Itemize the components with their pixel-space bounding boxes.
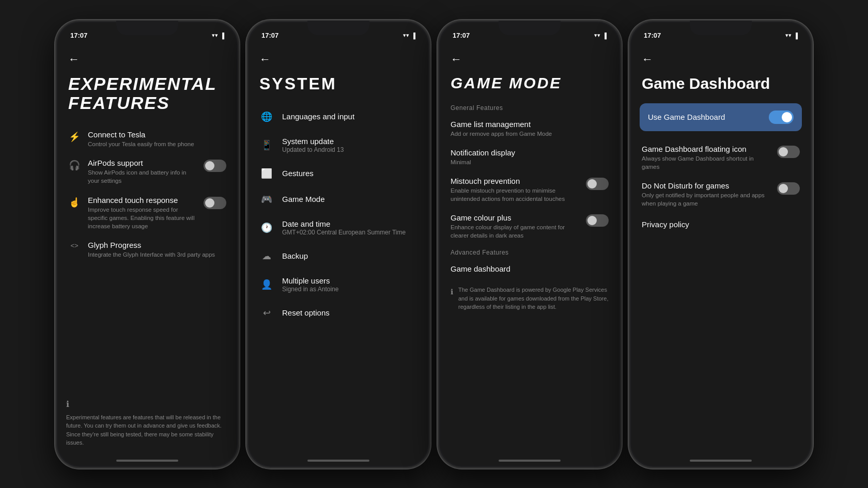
status-time-2: 17:07 xyxy=(261,32,278,39)
use-gd-label: Use Game Dashboard xyxy=(648,113,725,121)
feature-title-glyph: Glyph Progress xyxy=(88,241,226,249)
sys-title-datetime: Date and time xyxy=(282,219,417,228)
info-icon-exp: ℹ xyxy=(66,399,228,409)
gestures-icon: ⬜ xyxy=(259,168,274,179)
phones-container: 17:07 ▾▾ ▐ ← EXPERIMENTALFEATURES ⚡ Conn… xyxy=(44,9,824,479)
globe-icon: 🌐 xyxy=(259,111,274,122)
toggle-use-gd[interactable] xyxy=(769,111,794,124)
home-bar-1[interactable] xyxy=(116,460,178,462)
gm-footer-text: The Game Dashboard is powered by Google … xyxy=(458,286,609,311)
section-general: General Features xyxy=(440,100,619,115)
sys-item-users[interactable]: 👤 Multiple users Signed in as Antoine xyxy=(249,269,428,300)
feature-tesla: ⚡ Connect to Tesla Control your Tesla ea… xyxy=(58,125,237,153)
gamemode-icon: 🎮 xyxy=(259,194,274,205)
back-button-1[interactable]: ← xyxy=(58,49,237,74)
status-bar-1: 17:07 ▾▾ ▐ xyxy=(58,23,237,44)
status-time-3: 17:07 xyxy=(453,32,470,39)
back-button-3[interactable]: ← xyxy=(440,49,619,74)
battery-icon: ▐ xyxy=(220,33,224,39)
status-time-4: 17:07 xyxy=(644,32,661,39)
gm-game-list[interactable]: Game list management Add or remove apps … xyxy=(440,115,619,143)
screen-exp: ← EXPERIMENTALFEATURES ⚡ Connect to Tesl… xyxy=(58,44,237,460)
feature-airpods: 🎧 AirPods support Show AirPods icon and … xyxy=(58,153,237,190)
sys-item-reset[interactable]: ↩ Reset options xyxy=(249,300,428,326)
sys-item-datetime[interactable]: 🕐 Date and time GMT+02:00 Central Europe… xyxy=(249,212,428,243)
sys-item-gamemode[interactable]: 🎮 Game Mode xyxy=(249,186,428,212)
airpods-icon: 🎧 xyxy=(68,160,81,171)
users-icon: 👤 xyxy=(259,279,274,290)
gd-dnd: Do Not Disturb for games Only get notifi… xyxy=(631,176,810,213)
status-icons-2: ▾▾ ▐ xyxy=(403,32,415,39)
clock-icon: 🕐 xyxy=(259,222,274,233)
wifi-icon-3: ▾▾ xyxy=(594,32,600,39)
page-title-exp: EXPERIMENTALFEATURES xyxy=(58,74,237,125)
page-title-sys: SYSTEM xyxy=(249,74,428,104)
status-icons-4: ▾▾ ▐ xyxy=(785,32,798,39)
status-bar-4: 17:07 ▾▾ ▐ xyxy=(631,23,810,44)
home-bar-3[interactable] xyxy=(499,460,561,462)
wifi-icon: ▾▾ xyxy=(212,32,218,39)
gm-footer-note: ℹ The Game Dashboard is powered by Googl… xyxy=(440,279,619,318)
feature-title-touch: Enhanced touch response xyxy=(88,196,196,204)
feature-title-tesla: Connect to Tesla xyxy=(88,130,226,139)
reset-icon: ↩ xyxy=(259,307,274,319)
feature-title-airpods: AirPods support xyxy=(88,159,196,167)
use-game-dashboard-row[interactable]: Use Game Dashboard xyxy=(640,103,802,131)
feature-desc-airpods: Show AirPods icon and battery info in yo… xyxy=(88,168,196,185)
gd-floating-icon: Game Dashboard floating icon Always show… xyxy=(631,139,810,176)
sys-item-gestures[interactable]: ⬜ Gestures xyxy=(249,161,428,186)
gm-colour: Game colour plus Enhance colour display … xyxy=(440,208,619,245)
gm-dashboard[interactable]: Game dashboard xyxy=(440,259,619,279)
sys-title-update: System update xyxy=(282,137,417,146)
sys-title-users: Multiple users xyxy=(282,276,417,285)
home-bar-4[interactable] xyxy=(690,460,752,462)
status-icons-1: ▾▾ ▐ xyxy=(212,32,224,39)
touch-icon: ☝ xyxy=(68,197,81,208)
status-time-1: 17:07 xyxy=(70,32,87,39)
home-bar-2[interactable] xyxy=(307,460,369,462)
phone-gamedashboard: 17:07 ▾▾ ▐ ← Game Dashboard Use Game Das… xyxy=(628,20,813,469)
back-button-4[interactable]: ← xyxy=(631,49,810,74)
feature-touch: ☝ Enhanced touch response Improve touch … xyxy=(58,191,237,235)
back-button-2[interactable]: ← xyxy=(249,49,428,74)
sys-item-lang[interactable]: 🌐 Languages and input xyxy=(249,104,428,130)
glyph-icon: <> xyxy=(68,242,81,249)
battery-icon-3: ▐ xyxy=(602,33,607,39)
toggle-dnd[interactable] xyxy=(777,182,800,195)
privacy-policy-link[interactable]: Privacy policy xyxy=(631,213,810,236)
toggle-mistouch[interactable] xyxy=(586,178,609,190)
bottom-note-exp: ℹ Experimental features are features tha… xyxy=(66,399,228,447)
toggle-colour[interactable] xyxy=(586,214,609,227)
info-icon-gm: ℹ xyxy=(451,287,453,297)
sys-item-backup[interactable]: ☁ Backup xyxy=(249,243,428,269)
wifi-icon-2: ▾▾ xyxy=(403,32,409,39)
page-title-gd: Game Dashboard xyxy=(631,74,810,103)
status-bar-3: 17:07 ▾▾ ▐ xyxy=(440,23,619,44)
toggle-touch[interactable] xyxy=(204,197,226,209)
battery-icon-2: ▐ xyxy=(411,33,415,39)
screen-sys: ← SYSTEM 🌐 Languages and input 📱 System … xyxy=(249,44,428,460)
backup-icon: ☁ xyxy=(259,250,274,262)
phone-gamemode: 17:07 ▾▾ ▐ ← GAME MODE General Features … xyxy=(437,20,622,469)
status-bar-2: 17:07 ▾▾ ▐ xyxy=(249,23,428,44)
feature-desc-glyph: Integrate the Glyph Interface with 3rd p… xyxy=(88,250,226,259)
sys-title-backup: Backup xyxy=(282,251,417,260)
note-text-exp: Experimental features are features that … xyxy=(66,413,228,447)
gm-mistouch: Mistouch prevention Enable mistouch prev… xyxy=(440,171,619,208)
sys-title-lang: Languages and input xyxy=(282,112,417,121)
section-advanced: Advanced Features xyxy=(440,245,619,259)
status-icons-3: ▾▾ ▐ xyxy=(594,32,607,39)
sys-item-update[interactable]: 📱 System update Updated to Android 13 xyxy=(249,130,428,161)
sys-sub-datetime: GMT+02:00 Central European Summer Time xyxy=(282,229,417,236)
wifi-icon-4: ▾▾ xyxy=(785,32,792,39)
sys-title-gamemode: Game Mode xyxy=(282,195,417,203)
toggle-floating[interactable] xyxy=(777,146,800,158)
battery-icon-4: ▐ xyxy=(794,33,798,39)
gm-notif[interactable]: Notification display Minimal xyxy=(440,143,619,171)
screen-gm: ← GAME MODE General Features Game list m… xyxy=(440,44,619,460)
feature-desc-tesla: Control your Tesla easily from the phone xyxy=(88,140,226,148)
tesla-icon: ⚡ xyxy=(68,131,81,143)
sys-sub-update: Updated to Android 13 xyxy=(282,146,417,153)
toggle-airpods[interactable] xyxy=(204,160,226,172)
screen-gd: ← Game Dashboard Use Game Dashboard Game… xyxy=(631,44,810,460)
